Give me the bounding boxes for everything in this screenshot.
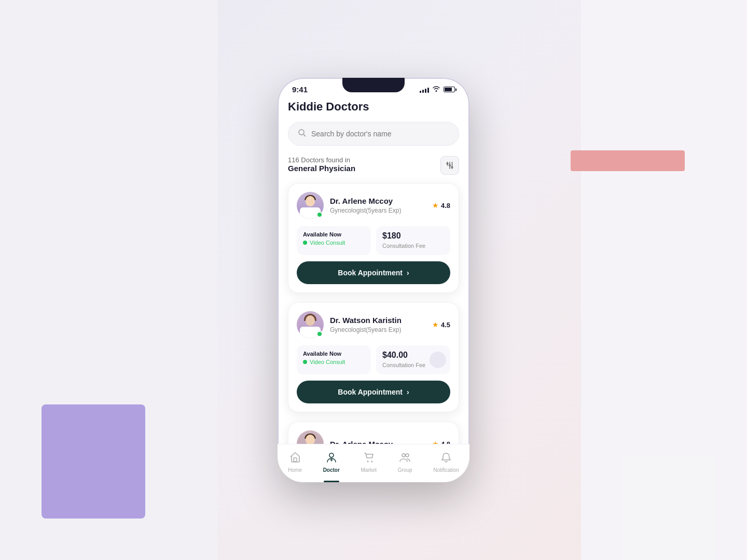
phone-content[interactable]: Kiddie Doctors 116 Doctors found in Gene… bbox=[278, 98, 469, 444]
home-icon bbox=[289, 452, 301, 466]
rating-value: 4.8 bbox=[441, 202, 450, 209]
svg-rect-11 bbox=[294, 458, 297, 461]
doctor-card-partial: Dr. Arlene Mccoy ★ 4.8 bbox=[288, 422, 459, 444]
nav-item-home[interactable]: Home bbox=[283, 450, 307, 475]
svg-point-15 bbox=[367, 461, 368, 463]
fee-box: $180 Consultation Fee bbox=[376, 226, 450, 255]
phone-frame: 9:41 Kiddie Doctors bbox=[278, 78, 469, 482]
bg-white-block bbox=[622, 456, 716, 560]
doctor-header: Dr. Watson Karistin Gynecologist(5years … bbox=[297, 311, 450, 338]
filter-text: 116 Doctors found in General Physician bbox=[288, 156, 440, 173]
nav-label-doctor: Doctor bbox=[323, 467, 340, 473]
info-row: Available Now Video Consult $180 Consult… bbox=[297, 226, 450, 255]
rating-wrap: ★ 4.8 bbox=[432, 201, 450, 209]
svg-point-17 bbox=[402, 454, 405, 457]
nav-item-group[interactable]: Group bbox=[393, 450, 418, 475]
chevron-right-icon: › bbox=[407, 269, 409, 277]
search-input[interactable] bbox=[311, 130, 449, 138]
fee-box: $40.00 Consultation Fee bbox=[376, 345, 450, 374]
chevron-right-icon: › bbox=[407, 388, 409, 396]
video-consult-wrap: Video Consult bbox=[303, 240, 365, 246]
video-dot bbox=[303, 360, 307, 364]
phone-notch bbox=[342, 78, 405, 92]
bg-purple-block bbox=[42, 404, 145, 519]
online-status-dot bbox=[316, 331, 323, 337]
star-icon: ★ bbox=[432, 201, 439, 209]
available-label: Available Now bbox=[303, 231, 365, 237]
doctor-icon bbox=[326, 452, 337, 466]
wifi-icon bbox=[432, 86, 440, 93]
nav-active-indicator bbox=[324, 481, 339, 482]
video-consult-text: Video Consult bbox=[310, 240, 345, 246]
fee-label: Consultation Fee bbox=[382, 362, 425, 368]
specialty-text: General Physician bbox=[288, 164, 355, 173]
signal-icon bbox=[420, 87, 429, 93]
doctor-specialty: Gynecologist(5years Exp) bbox=[330, 326, 401, 333]
doctor-info: Dr. Arlene Mccoy bbox=[330, 440, 426, 444]
available-label: Available Now bbox=[303, 351, 365, 357]
filter-button[interactable] bbox=[440, 156, 459, 175]
info-row: Available Now Video Consult $40.00 Consu… bbox=[297, 345, 450, 374]
group-icon bbox=[399, 452, 411, 466]
rating-wrap: ★ 4.5 bbox=[432, 320, 450, 329]
doctor-info: Dr. Arlene Mccoy Gynecologist(5years Exp… bbox=[330, 197, 426, 215]
rating-value: 4.5 bbox=[441, 321, 450, 329]
doctor-name: Dr. Watson Karistin bbox=[330, 316, 426, 325]
filter-icon bbox=[445, 161, 454, 170]
nav-label-group: Group bbox=[398, 467, 412, 473]
battery-icon bbox=[444, 87, 455, 92]
doctor-header: Dr. Arlene Mccoy Gynecologist(5years Exp… bbox=[297, 192, 450, 219]
doctor-avatar-wrap bbox=[297, 430, 324, 444]
star-icon: ★ bbox=[432, 320, 439, 329]
bottom-nav: Home Doctor Market bbox=[278, 444, 469, 482]
video-consult-text: Video Consult bbox=[310, 359, 345, 365]
star-icon: ★ bbox=[432, 440, 439, 444]
nav-item-market[interactable]: Market bbox=[356, 450, 382, 475]
book-btn-label: Book Appointment bbox=[338, 388, 403, 396]
bg-pink-bar bbox=[571, 150, 685, 171]
nav-label-home: Home bbox=[288, 467, 302, 473]
doctor-card: Dr. Watson Karistin Gynecologist(5years … bbox=[288, 302, 459, 412]
doctor-card: Dr. Arlene Mccoy Gynecologist(5years Exp… bbox=[288, 183, 459, 293]
video-dot bbox=[303, 241, 307, 245]
search-icon bbox=[298, 129, 306, 139]
nav-item-notification[interactable]: Notification bbox=[428, 450, 464, 475]
book-btn-label: Book Appointment bbox=[338, 269, 403, 277]
app-title: Kiddie Doctors bbox=[288, 98, 459, 114]
avatar bbox=[297, 430, 324, 444]
rating-wrap: ★ 4.8 bbox=[432, 440, 450, 444]
availability-box: Available Now Video Consult bbox=[297, 226, 371, 255]
doctor-avatar-wrap bbox=[297, 192, 324, 219]
toggle-circle bbox=[430, 352, 446, 368]
found-text: 116 Doctors found in bbox=[288, 156, 440, 164]
doctor-name: Dr. Arlene Mccoy bbox=[330, 440, 426, 444]
notification-icon bbox=[440, 452, 452, 466]
market-icon bbox=[363, 452, 375, 466]
filter-row: 116 Doctors found in General Physician bbox=[288, 156, 459, 175]
status-icons bbox=[420, 86, 455, 93]
doctor-info: Dr. Watson Karistin Gynecologist(5years … bbox=[330, 316, 426, 334]
svg-line-1 bbox=[303, 134, 306, 136]
availability-box: Available Now Video Consult bbox=[297, 345, 371, 374]
fee-label: Consultation Fee bbox=[382, 243, 425, 249]
svg-point-16 bbox=[371, 461, 372, 463]
doctor-header: Dr. Arlene Mccoy ★ 4.8 bbox=[297, 430, 450, 444]
nav-item-doctor[interactable]: Doctor bbox=[318, 450, 345, 475]
svg-point-18 bbox=[406, 454, 409, 457]
search-bar[interactable] bbox=[288, 122, 459, 146]
fee-amount: $180 bbox=[382, 231, 444, 241]
nav-label-notification: Notification bbox=[433, 467, 459, 473]
doctor-specialty: Gynecologist(5years Exp) bbox=[330, 207, 401, 214]
online-status-dot bbox=[316, 212, 323, 218]
rating-value: 4.8 bbox=[441, 440, 450, 444]
status-time: 9:41 bbox=[292, 85, 308, 94]
svg-point-12 bbox=[329, 453, 334, 457]
nav-label-market: Market bbox=[361, 467, 377, 473]
doctor-avatar-wrap bbox=[297, 311, 324, 338]
doctor-name: Dr. Arlene Mccoy bbox=[330, 197, 426, 205]
book-appointment-button[interactable]: Book Appointment › bbox=[297, 381, 450, 403]
book-appointment-button[interactable]: Book Appointment › bbox=[297, 261, 450, 284]
video-consult-wrap: Video Consult bbox=[303, 359, 365, 365]
